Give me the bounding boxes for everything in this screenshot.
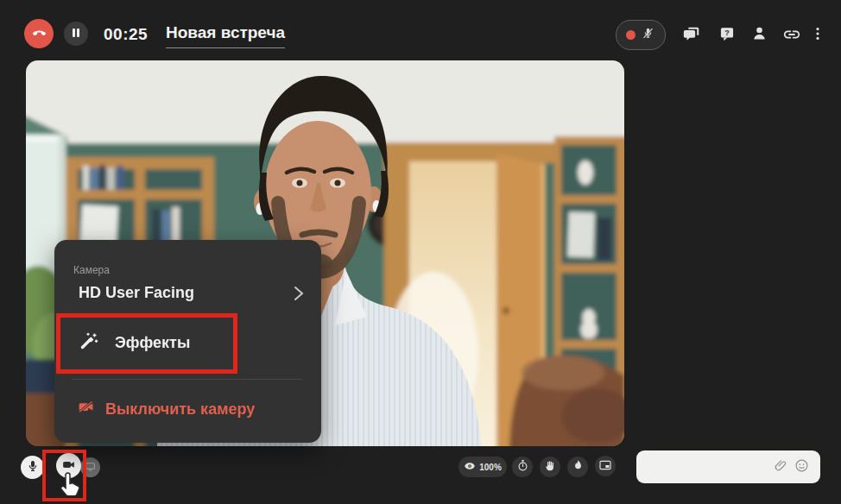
more-options-button[interactable] — [806, 23, 829, 46]
magic-wand-icon — [79, 331, 99, 356]
chat-icon — [682, 24, 701, 46]
reactions-button[interactable] — [567, 457, 588, 477]
stopwatch-icon — [516, 459, 529, 475]
pause-button[interactable] — [64, 22, 88, 46]
microphone-button[interactable] — [21, 456, 44, 479]
record-dot-icon — [626, 30, 635, 40]
chat-message-box — [636, 450, 820, 483]
more-icon — [809, 25, 826, 45]
camera-device-item[interactable]: HD User Facing — [73, 280, 298, 305]
attach-button[interactable] — [770, 457, 791, 477]
end-call-button[interactable] — [24, 19, 54, 48]
visibility-icon — [464, 460, 476, 474]
help-icon: ? — [718, 25, 736, 45]
stopwatch-button[interactable] — [512, 457, 533, 477]
zoom-level-button[interactable]: 100% — [458, 457, 507, 477]
emoji-icon — [794, 458, 809, 476]
effects-label: Эффекты — [115, 334, 190, 352]
pause-icon — [71, 28, 81, 41]
call-timer: 00:25 — [104, 25, 148, 44]
raise-hand-icon — [544, 459, 557, 475]
end-call-icon — [31, 24, 47, 43]
menu-divider — [72, 379, 302, 380]
pip-icon — [598, 458, 612, 475]
recording-indicator[interactable] — [616, 20, 666, 50]
message-input[interactable] — [645, 460, 770, 475]
hand-cursor-icon — [57, 471, 83, 504]
zoom-level-value: 100% — [479, 463, 502, 472]
meeting-title[interactable]: Новая встреча — [166, 23, 285, 48]
turn-off-camera-item[interactable]: Выключить камеру — [72, 397, 260, 421]
copy-link-button[interactable] — [781, 24, 803, 47]
chevron-right-icon — [292, 283, 306, 307]
camera-off-icon — [77, 398, 95, 420]
flame-icon — [572, 459, 585, 475]
microphone-icon — [26, 459, 40, 476]
camera-menu-section-label: Камера — [73, 264, 110, 276]
raise-hand-button[interactable] — [540, 457, 560, 477]
screen-share-icon — [85, 461, 96, 475]
participants-button[interactable] — [748, 23, 770, 46]
participants-icon — [750, 24, 768, 45]
pip-button[interactable] — [595, 456, 616, 476]
turn-off-camera-label: Выключить камеру — [105, 400, 255, 419]
emoji-button[interactable] — [791, 457, 812, 477]
svg-text:?: ? — [724, 28, 730, 37]
attach-icon — [774, 458, 788, 476]
screen-share-button[interactable] — [80, 457, 100, 477]
help-button[interactable]: ? — [716, 23, 738, 46]
chat-button[interactable] — [680, 23, 703, 46]
effects-menu-item[interactable]: Эффекты — [73, 330, 195, 356]
link-icon — [782, 25, 801, 47]
camera-menu: Камера HD User Facing Эффекты Выключить … — [54, 240, 321, 443]
record-mute-icon — [641, 26, 655, 44]
meeting-window: 00:25 Новая встреча ? — [0, 0, 841, 504]
